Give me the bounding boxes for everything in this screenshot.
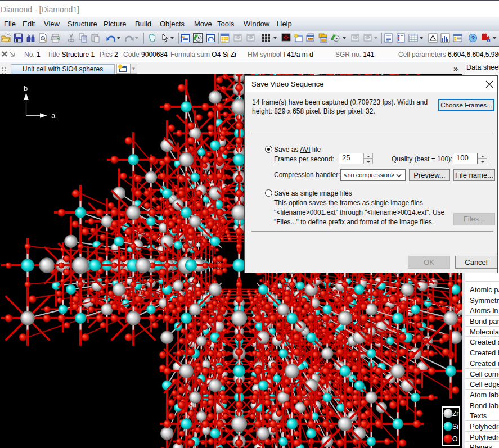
svg-text:Si: Si [452, 423, 458, 431]
svg-text:Zr: Zr [452, 410, 458, 418]
svg-text:?: ? [471, 35, 475, 42]
svg-text:O: O [452, 435, 457, 443]
